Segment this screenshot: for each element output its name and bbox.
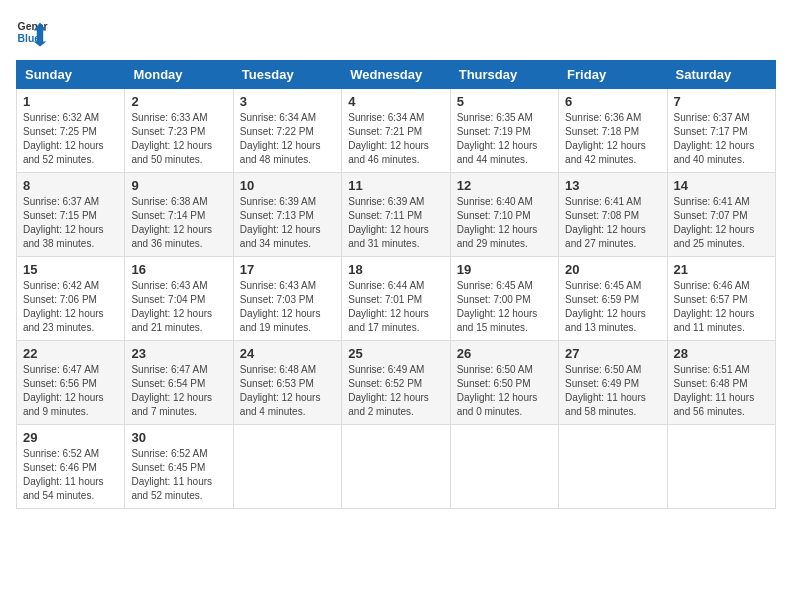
day-content: Sunrise: 6:33 AM Sunset: 7:23 PM Dayligh… — [131, 111, 226, 167]
day-header-wednesday: Wednesday — [342, 61, 450, 89]
day-content: Sunrise: 6:50 AM Sunset: 6:49 PM Dayligh… — [565, 363, 660, 419]
calendar-cell: 9Sunrise: 6:38 AM Sunset: 7:14 PM Daylig… — [125, 173, 233, 257]
calendar-cell: 5Sunrise: 6:35 AM Sunset: 7:19 PM Daylig… — [450, 89, 558, 173]
calendar-table: SundayMondayTuesdayWednesdayThursdayFrid… — [16, 60, 776, 509]
calendar-cell: 3Sunrise: 6:34 AM Sunset: 7:22 PM Daylig… — [233, 89, 341, 173]
day-content: Sunrise: 6:46 AM Sunset: 6:57 PM Dayligh… — [674, 279, 769, 335]
day-content: Sunrise: 6:47 AM Sunset: 6:56 PM Dayligh… — [23, 363, 118, 419]
day-number: 19 — [457, 262, 552, 277]
day-content: Sunrise: 6:32 AM Sunset: 7:25 PM Dayligh… — [23, 111, 118, 167]
day-number: 26 — [457, 346, 552, 361]
day-number: 12 — [457, 178, 552, 193]
calendar-week-5: 29Sunrise: 6:52 AM Sunset: 6:46 PM Dayli… — [17, 425, 776, 509]
day-header-friday: Friday — [559, 61, 667, 89]
day-content: Sunrise: 6:41 AM Sunset: 7:07 PM Dayligh… — [674, 195, 769, 251]
calendar-cell: 23Sunrise: 6:47 AM Sunset: 6:54 PM Dayli… — [125, 341, 233, 425]
calendar-cell: 17Sunrise: 6:43 AM Sunset: 7:03 PM Dayli… — [233, 257, 341, 341]
calendar-cell: 4Sunrise: 6:34 AM Sunset: 7:21 PM Daylig… — [342, 89, 450, 173]
day-number: 23 — [131, 346, 226, 361]
day-content: Sunrise: 6:45 AM Sunset: 6:59 PM Dayligh… — [565, 279, 660, 335]
calendar-cell: 11Sunrise: 6:39 AM Sunset: 7:11 PM Dayli… — [342, 173, 450, 257]
day-number: 21 — [674, 262, 769, 277]
day-number: 11 — [348, 178, 443, 193]
day-content: Sunrise: 6:38 AM Sunset: 7:14 PM Dayligh… — [131, 195, 226, 251]
day-header-sunday: Sunday — [17, 61, 125, 89]
calendar-cell — [342, 425, 450, 509]
day-content: Sunrise: 6:34 AM Sunset: 7:21 PM Dayligh… — [348, 111, 443, 167]
day-header-thursday: Thursday — [450, 61, 558, 89]
day-content: Sunrise: 6:40 AM Sunset: 7:10 PM Dayligh… — [457, 195, 552, 251]
calendar-cell: 2Sunrise: 6:33 AM Sunset: 7:23 PM Daylig… — [125, 89, 233, 173]
calendar-cell: 14Sunrise: 6:41 AM Sunset: 7:07 PM Dayli… — [667, 173, 775, 257]
calendar-cell: 15Sunrise: 6:42 AM Sunset: 7:06 PM Dayli… — [17, 257, 125, 341]
calendar-cell — [450, 425, 558, 509]
day-number: 10 — [240, 178, 335, 193]
logo-icon: General Blue — [16, 16, 48, 48]
calendar-cell: 28Sunrise: 6:51 AM Sunset: 6:48 PM Dayli… — [667, 341, 775, 425]
day-content: Sunrise: 6:42 AM Sunset: 7:06 PM Dayligh… — [23, 279, 118, 335]
calendar-week-4: 22Sunrise: 6:47 AM Sunset: 6:56 PM Dayli… — [17, 341, 776, 425]
calendar-cell: 1Sunrise: 6:32 AM Sunset: 7:25 PM Daylig… — [17, 89, 125, 173]
calendar-week-3: 15Sunrise: 6:42 AM Sunset: 7:06 PM Dayli… — [17, 257, 776, 341]
day-number: 27 — [565, 346, 660, 361]
day-content: Sunrise: 6:37 AM Sunset: 7:17 PM Dayligh… — [674, 111, 769, 167]
calendar-week-2: 8Sunrise: 6:37 AM Sunset: 7:15 PM Daylig… — [17, 173, 776, 257]
calendar-cell: 10Sunrise: 6:39 AM Sunset: 7:13 PM Dayli… — [233, 173, 341, 257]
day-number: 4 — [348, 94, 443, 109]
calendar-cell: 13Sunrise: 6:41 AM Sunset: 7:08 PM Dayli… — [559, 173, 667, 257]
day-content: Sunrise: 6:39 AM Sunset: 7:13 PM Dayligh… — [240, 195, 335, 251]
day-number: 25 — [348, 346, 443, 361]
day-content: Sunrise: 6:43 AM Sunset: 7:04 PM Dayligh… — [131, 279, 226, 335]
day-content: Sunrise: 6:48 AM Sunset: 6:53 PM Dayligh… — [240, 363, 335, 419]
day-number: 28 — [674, 346, 769, 361]
calendar-cell: 18Sunrise: 6:44 AM Sunset: 7:01 PM Dayli… — [342, 257, 450, 341]
calendar-cell: 16Sunrise: 6:43 AM Sunset: 7:04 PM Dayli… — [125, 257, 233, 341]
calendar-cell: 25Sunrise: 6:49 AM Sunset: 6:52 PM Dayli… — [342, 341, 450, 425]
calendar-cell — [667, 425, 775, 509]
day-number: 5 — [457, 94, 552, 109]
calendar-cell: 27Sunrise: 6:50 AM Sunset: 6:49 PM Dayli… — [559, 341, 667, 425]
day-number: 2 — [131, 94, 226, 109]
day-number: 17 — [240, 262, 335, 277]
day-number: 1 — [23, 94, 118, 109]
calendar-cell: 7Sunrise: 6:37 AM Sunset: 7:17 PM Daylig… — [667, 89, 775, 173]
day-header-tuesday: Tuesday — [233, 61, 341, 89]
calendar-header-row: SundayMondayTuesdayWednesdayThursdayFrid… — [17, 61, 776, 89]
day-number: 13 — [565, 178, 660, 193]
day-content: Sunrise: 6:49 AM Sunset: 6:52 PM Dayligh… — [348, 363, 443, 419]
day-number: 7 — [674, 94, 769, 109]
calendar-cell: 8Sunrise: 6:37 AM Sunset: 7:15 PM Daylig… — [17, 173, 125, 257]
day-content: Sunrise: 6:47 AM Sunset: 6:54 PM Dayligh… — [131, 363, 226, 419]
calendar-cell: 29Sunrise: 6:52 AM Sunset: 6:46 PM Dayli… — [17, 425, 125, 509]
day-number: 3 — [240, 94, 335, 109]
day-content: Sunrise: 6:50 AM Sunset: 6:50 PM Dayligh… — [457, 363, 552, 419]
day-number: 15 — [23, 262, 118, 277]
calendar-week-1: 1Sunrise: 6:32 AM Sunset: 7:25 PM Daylig… — [17, 89, 776, 173]
calendar-cell: 24Sunrise: 6:48 AM Sunset: 6:53 PM Dayli… — [233, 341, 341, 425]
logo: General Blue — [16, 16, 48, 48]
day-content: Sunrise: 6:52 AM Sunset: 6:46 PM Dayligh… — [23, 447, 118, 503]
calendar-cell: 21Sunrise: 6:46 AM Sunset: 6:57 PM Dayli… — [667, 257, 775, 341]
day-content: Sunrise: 6:36 AM Sunset: 7:18 PM Dayligh… — [565, 111, 660, 167]
day-content: Sunrise: 6:41 AM Sunset: 7:08 PM Dayligh… — [565, 195, 660, 251]
calendar-cell: 6Sunrise: 6:36 AM Sunset: 7:18 PM Daylig… — [559, 89, 667, 173]
day-content: Sunrise: 6:43 AM Sunset: 7:03 PM Dayligh… — [240, 279, 335, 335]
day-number: 18 — [348, 262, 443, 277]
day-number: 24 — [240, 346, 335, 361]
day-content: Sunrise: 6:44 AM Sunset: 7:01 PM Dayligh… — [348, 279, 443, 335]
calendar-cell: 19Sunrise: 6:45 AM Sunset: 7:00 PM Dayli… — [450, 257, 558, 341]
day-content: Sunrise: 6:45 AM Sunset: 7:00 PM Dayligh… — [457, 279, 552, 335]
day-number: 22 — [23, 346, 118, 361]
day-number: 8 — [23, 178, 118, 193]
day-content: Sunrise: 6:35 AM Sunset: 7:19 PM Dayligh… — [457, 111, 552, 167]
day-number: 9 — [131, 178, 226, 193]
day-number: 16 — [131, 262, 226, 277]
calendar-cell: 22Sunrise: 6:47 AM Sunset: 6:56 PM Dayli… — [17, 341, 125, 425]
day-number: 20 — [565, 262, 660, 277]
calendar-cell: 12Sunrise: 6:40 AM Sunset: 7:10 PM Dayli… — [450, 173, 558, 257]
calendar-cell — [559, 425, 667, 509]
page-header: General Blue — [16, 16, 776, 48]
day-header-monday: Monday — [125, 61, 233, 89]
day-content: Sunrise: 6:39 AM Sunset: 7:11 PM Dayligh… — [348, 195, 443, 251]
day-content: Sunrise: 6:34 AM Sunset: 7:22 PM Dayligh… — [240, 111, 335, 167]
